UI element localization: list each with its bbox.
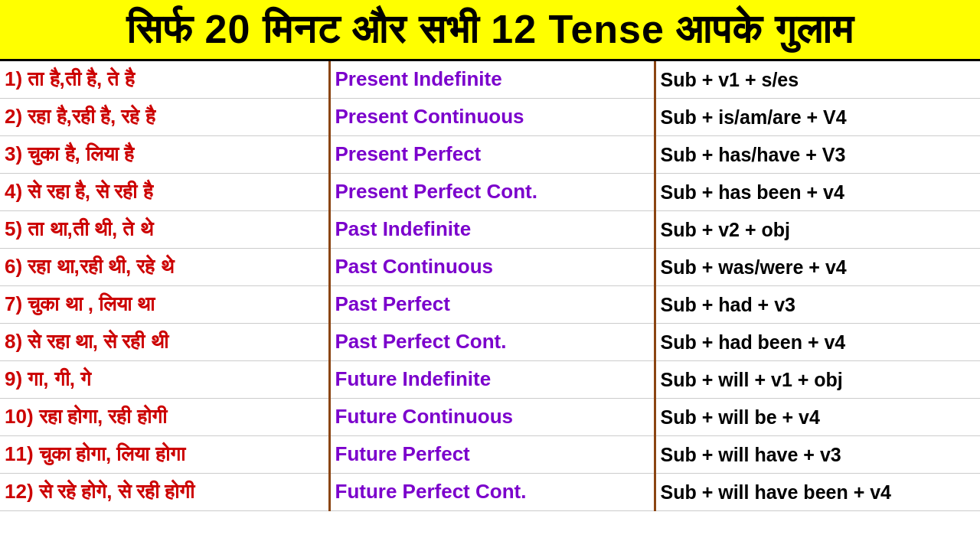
formula-cell-10: Sub + will have + v3 (655, 436, 980, 474)
table-row: 3) चुका है, लिया है Present Perfect Sub … (0, 136, 980, 174)
formula-cell-0: Sub + v1 + s/es (655, 61, 980, 99)
table-row: 4) से रहा है, से रही है Present Perfect … (0, 174, 980, 211)
formula-text-2: Sub + has/have + V3 (661, 142, 846, 168)
table-row: 6) रहा था,रही थी, रहे थे Past Continuous… (0, 249, 980, 286)
tense-text-3: Present Perfect Cont. (335, 179, 537, 205)
tense-text-1: Present Continuous (335, 104, 524, 130)
formula-text-6: Sub + had + v3 (661, 292, 795, 318)
tense-text-10: Future Perfect (335, 442, 470, 468)
formula-text-4: Sub + v2 + obj (661, 217, 791, 243)
formula-text-8: Sub + will + v1 + obj (661, 367, 843, 393)
tense-text-4: Past Indefinite (335, 217, 472, 243)
hindi-text-3: 4) से रहा है, से रही है (5, 179, 153, 205)
tense-cell-5: Past Continuous (329, 249, 655, 286)
table-row: 8) से रहा था, से रही थी Past Perfect Con… (0, 324, 980, 361)
tense-cell-2: Present Perfect (329, 136, 655, 174)
hindi-cell-3: 4) से रहा है, से रही है (0, 174, 329, 211)
formula-cell-7: Sub + had been + v4 (655, 324, 980, 361)
formula-text-11: Sub + will have been + v4 (661, 480, 892, 505)
formula-cell-6: Sub + had + v3 (655, 286, 980, 324)
tense-cell-0: Present Indefinite (329, 61, 655, 99)
formula-cell-5: Sub + was/were + v4 (655, 249, 980, 286)
tense-text-8: Future Indefinite (335, 367, 492, 393)
table-row: 10) रहा होगा, रही होगी Future Continuous… (0, 399, 980, 436)
tense-cell-8: Future Indefinite (329, 361, 655, 399)
table-row: 9) गा, गी, गे Future Indefinite Sub + wi… (0, 361, 980, 399)
formula-text-5: Sub + was/were + v4 (661, 255, 847, 280)
tense-text-6: Past Perfect (335, 292, 450, 318)
tense-text-2: Present Perfect (335, 142, 482, 168)
tense-text-5: Past Continuous (335, 254, 494, 280)
tense-cell-1: Present Continuous (329, 99, 655, 136)
hindi-cell-1: 2) रहा है,रही है, रहे है (0, 99, 329, 136)
hindi-text-1: 2) रहा है,रही है, रहे है (5, 104, 155, 130)
hindi-text-2: 3) चुका है, लिया है (5, 142, 134, 168)
formula-cell-3: Sub + has been + v4 (655, 174, 980, 211)
formula-cell-11: Sub + will have been + v4 (655, 474, 980, 511)
hindi-text-5: 6) रहा था,रही थी, रहे थे (5, 254, 174, 280)
tense-text-0: Present Indefinite (335, 67, 502, 93)
content-table: 1) ता है,ती है, ते है Present Indefinite… (0, 61, 980, 511)
hindi-text-10: 11) चुका होगा, लिया होगा (5, 442, 185, 468)
hindi-cell-11: 12) से रहे होगे, से रही होगी (0, 474, 329, 511)
hindi-cell-6: 7) चुका था , लिया था (0, 286, 329, 324)
formula-cell-9: Sub + will be + v4 (655, 399, 980, 436)
hindi-cell-0: 1) ता है,ती है, ते है (0, 61, 329, 99)
page-title: सिर्फ 20 मिनट और सभी 12 Tense आपके गुलाम (15, 8, 965, 51)
tense-text-7: Past Perfect Cont. (335, 329, 507, 355)
hindi-cell-10: 11) चुका होगा, लिया होगा (0, 436, 329, 474)
tense-cell-10: Future Perfect (329, 436, 655, 474)
hindi-text-4: 5) ता था,ती थी, ते थे (5, 217, 153, 243)
hindi-cell-7: 8) से रहा था, से रही थी (0, 324, 329, 361)
formula-text-9: Sub + will be + v4 (661, 405, 820, 430)
formula-text-10: Sub + will have + v3 (661, 442, 841, 468)
hindi-text-8: 9) गा, गी, गे (5, 367, 91, 393)
hindi-cell-4: 5) ता था,ती थी, ते थे (0, 211, 329, 249)
table-row: 5) ता था,ती थी, ते थे Past Indefinite Su… (0, 211, 980, 249)
formula-cell-1: Sub + is/am/are + V4 (655, 99, 980, 136)
formula-text-7: Sub + had been + v4 (661, 330, 846, 355)
tense-text-11: Future Perfect Cont. (335, 479, 527, 505)
hindi-text-6: 7) चुका था , लिया था (5, 292, 155, 318)
tense-cell-4: Past Indefinite (329, 211, 655, 249)
table-row: 1) ता है,ती है, ते है Present Indefinite… (0, 61, 980, 99)
hindi-cell-9: 10) रहा होगा, रही होगी (0, 399, 329, 436)
hindi-text-0: 1) ता है,ती है, ते है (5, 67, 135, 93)
formula-text-1: Sub + is/am/are + V4 (661, 105, 847, 130)
hindi-text-7: 8) से रहा था, से रही थी (5, 329, 168, 355)
tense-text-9: Future Continuous (335, 404, 514, 430)
table-row: 7) चुका था , लिया था Past Perfect Sub + … (0, 286, 980, 324)
hindi-text-9: 10) रहा होगा, रही होगी (5, 404, 167, 430)
tense-cell-9: Future Continuous (329, 399, 655, 436)
table-row: 11) चुका होगा, लिया होगा Future Perfect … (0, 436, 980, 474)
tense-cell-11: Future Perfect Cont. (329, 474, 655, 511)
formula-cell-4: Sub + v2 + obj (655, 211, 980, 249)
page-header: सिर्फ 20 मिनट और सभी 12 Tense आपके गुलाम (0, 0, 980, 61)
tense-cell-3: Present Perfect Cont. (329, 174, 655, 211)
tense-cell-7: Past Perfect Cont. (329, 324, 655, 361)
formula-cell-8: Sub + will + v1 + obj (655, 361, 980, 399)
hindi-cell-5: 6) रहा था,रही थी, रहे थे (0, 249, 329, 286)
table-row: 2) रहा है,रही है, रहे है Present Continu… (0, 99, 980, 136)
tense-cell-6: Past Perfect (329, 286, 655, 324)
formula-text-0: Sub + v1 + s/es (661, 67, 799, 93)
hindi-cell-2: 3) चुका है, लिया है (0, 136, 329, 174)
hindi-text-11: 12) से रहे होगे, से रही होगी (5, 479, 194, 505)
formula-text-3: Sub + has been + v4 (661, 180, 844, 205)
table-row: 12) से रहे होगे, से रही होगी Future Perf… (0, 474, 980, 511)
hindi-cell-8: 9) गा, गी, गे (0, 361, 329, 399)
formula-cell-2: Sub + has/have + V3 (655, 136, 980, 174)
